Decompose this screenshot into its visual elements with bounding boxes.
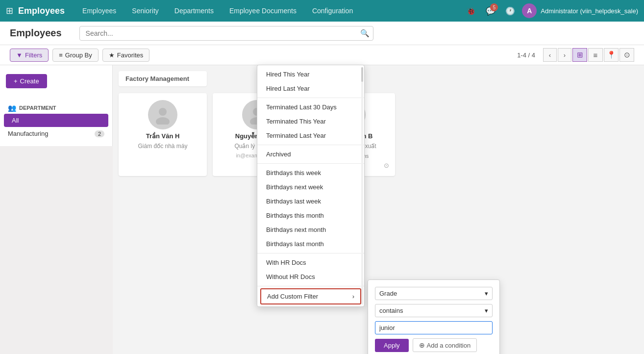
filter-hired-this-year[interactable]: Hired This Year — [257, 67, 364, 81]
nav-employees[interactable]: Employees — [74, 0, 124, 22]
separator-5 — [257, 286, 364, 286]
filter-birthdays-next-month[interactable]: Birthdays next month — [257, 223, 364, 237]
apply-button[interactable]: Apply — [375, 339, 409, 352]
prev-page-button[interactable]: ‹ — [543, 48, 557, 62]
create-button[interactable]: + Create — [6, 74, 47, 88]
filters-button[interactable]: ▼ Filters — [10, 49, 49, 62]
custom-filter-panel: Grade ▾ contains ▾ Apply ⊕ Add a conditi… — [368, 279, 500, 354]
employee-card-tran[interactable]: Trần Văn H Giám đốc nhà máy — [119, 93, 207, 176]
activity-view-button[interactable]: ⊙ — [619, 48, 634, 62]
cf-value-input[interactable] — [375, 321, 493, 334]
nav-seniority[interactable]: Seniority — [124, 0, 166, 22]
nav-links: Employees Seniority Departments Employee… — [74, 0, 463, 22]
pagination-info: 1-4 / 4 — [517, 51, 535, 59]
top-nav: ⊞ Employees Employees Seniority Departme… — [0, 0, 644, 22]
add-condition-button[interactable]: ⊕ Add a condition — [413, 338, 477, 352]
separator-4 — [257, 253, 364, 253]
svg-point-1 — [156, 117, 170, 125]
filter-archived[interactable]: Archived — [257, 147, 364, 161]
cf-grade-select[interactable]: Grade ▾ — [375, 287, 493, 300]
separator-2 — [257, 145, 364, 145]
circle-icon-b: ⊙ — [384, 162, 389, 169]
filter-terminated-this-year[interactable]: Terminated This Year — [257, 114, 364, 128]
add-condition-label: Add a condition — [427, 342, 471, 349]
user-avatar[interactable]: A — [522, 3, 537, 18]
manufacturing-count: 2 — [95, 130, 104, 137]
nav-departments[interactable]: Departments — [167, 0, 222, 22]
map-view-button[interactable]: 📍 — [604, 48, 619, 62]
filter-with-hr-docs[interactable]: With HR Docs — [257, 255, 364, 270]
page-title: Employees — [10, 27, 62, 39]
next-page-button[interactable]: › — [558, 48, 571, 62]
user-name[interactable]: Administrator (viin_helpdesk_sale) — [541, 7, 638, 15]
create-btn-wrapper: + Create — [0, 65, 113, 95]
filter-birthdays-last-week[interactable]: Birthdays last week — [257, 194, 364, 208]
group-by-button[interactable]: ≡ Group By — [52, 49, 99, 62]
chat-badge: 5 — [490, 3, 498, 11]
favorites-button[interactable]: ★ Favorites — [102, 49, 149, 62]
filter-birthdays-last-month[interactable]: Birthdays last month — [257, 237, 364, 251]
group-header-factory: Factory Management — [119, 71, 207, 86]
cf-grade-row: Grade ▾ — [375, 287, 493, 300]
cf-contains-label: contains — [379, 307, 403, 314]
chat-icon[interactable]: 💬 5 — [483, 3, 498, 19]
filter-add-custom[interactable]: Add Custom Filter › — [260, 288, 361, 304]
filter-birthdays-this-week[interactable]: Birthdays this week — [257, 166, 364, 180]
people-icon: 👥 — [8, 104, 16, 112]
bug-icon[interactable]: 🐞 — [463, 3, 479, 19]
employee-name-tran: Trần Văn H — [146, 132, 180, 140]
star-icon: ★ — [109, 51, 115, 59]
search-bar: 🔍 — [79, 26, 373, 41]
view-buttons: ‹ › ⊞ ≡ 📍 ⊙ — [543, 48, 634, 62]
create-label: Create — [20, 77, 39, 85]
filter-without-hr-docs[interactable]: Without HR Docs — [257, 270, 364, 284]
search-icon[interactable]: 🔍 — [360, 29, 370, 38]
favorites-label: Favorites — [117, 51, 143, 59]
app-title: Employees — [18, 6, 65, 16]
filter-hired-last-year[interactable]: Hired Last Year — [257, 81, 364, 96]
card-icons-b: ⊙ — [384, 162, 389, 169]
svg-point-0 — [159, 108, 167, 116]
cf-contains-row: contains ▾ — [375, 304, 493, 317]
filter-terminated-30[interactable]: Terminated Last 30 Days — [257, 100, 364, 114]
cf-grade-label: Grade — [379, 290, 397, 297]
cf-contains-select[interactable]: contains ▾ — [375, 304, 493, 317]
kanban-view-button[interactable]: ⊞ — [572, 48, 587, 62]
filter-terminated-last-year[interactable]: Terminated Last Year — [257, 128, 364, 143]
separator-1 — [257, 98, 364, 98]
filter-birthdays-next-week[interactable]: Birthdays next week — [257, 180, 364, 194]
sidebar-item-all[interactable]: All — [4, 114, 108, 127]
cf-contains-chevron: ▾ — [485, 307, 488, 314]
sidebar-item-manufacturing[interactable]: Manufacturing 2 — [0, 127, 112, 140]
filter-birthdays-this-month[interactable]: Birthdays this month — [257, 208, 364, 223]
filter-icon: ▼ — [16, 51, 23, 59]
group-by-icon: ≡ — [59, 51, 63, 59]
nav-employee-documents[interactable]: Employee Documents — [222, 0, 304, 22]
filter-dropdown: Hired This Year Hired Last Year Terminat… — [257, 65, 365, 307]
scrollbar-track[interactable] — [361, 67, 363, 304]
filters-label: Filters — [25, 51, 42, 59]
nav-configuration[interactable]: Configuration — [304, 0, 361, 22]
app-grid-icon[interactable]: ⊞ — [6, 5, 13, 16]
clock-icon[interactable]: 🕐 — [502, 3, 518, 19]
add-custom-filter-label: Add Custom Filter — [267, 293, 318, 300]
department-section-title: 👥 DEPARTMENT — [0, 101, 112, 114]
cf-grade-chevron: ▾ — [485, 290, 488, 297]
sidebar: 👥 DEPARTMENT All Manufacturing 2 — [0, 95, 113, 146]
group-by-label: Group By — [65, 51, 92, 59]
plus-icon: + — [14, 77, 18, 85]
chevron-right-icon: › — [352, 293, 354, 300]
toolbar: ▼ Filters ≡ Group By ★ Favorites 1-4 / 4… — [0, 45, 644, 65]
separator-3 — [257, 163, 364, 164]
plus-circle-icon: ⊕ — [419, 341, 425, 349]
search-input[interactable] — [79, 26, 373, 41]
cf-actions: Apply ⊕ Add a condition — [375, 338, 493, 352]
nav-right: 🐞 💬 5 🕐 A Administrator (viin_helpdesk_s… — [463, 3, 638, 19]
employee-avatar-tran — [148, 100, 177, 129]
list-view-button[interactable]: ≡ — [588, 48, 603, 62]
page-header: Employees 🔍 — [0, 22, 644, 45]
left-panel: + Create 👥 DEPARTMENT All Manufacturing … — [0, 65, 113, 354]
scrollbar-thumb — [361, 67, 363, 82]
employee-title-tran: Giám đốc nhà máy — [138, 143, 187, 150]
